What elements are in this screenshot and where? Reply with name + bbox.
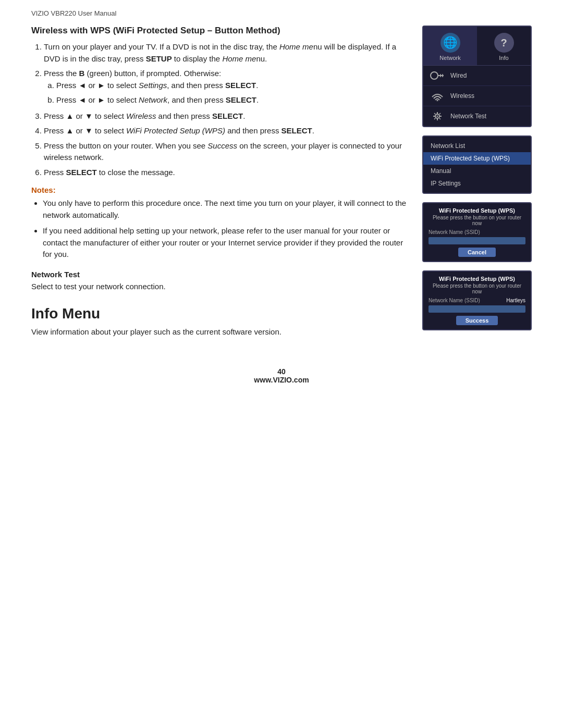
wps1-field-label: Network Name (SSID): [429, 229, 480, 235]
network-test-panel-label: Network Test: [450, 113, 486, 120]
wired-icon: [430, 70, 445, 81]
wps2-subtitle: Please press the button on your router n…: [429, 283, 525, 294]
info-label: Info: [499, 55, 508, 61]
notes-list: You only have to perform this procedure …: [43, 198, 407, 261]
note-1: You only have to perform this procedure …: [43, 198, 407, 221]
network-test-title: Network Test: [31, 270, 407, 279]
substep-b: Press ◄ or ► to select Network, and then…: [56, 94, 407, 106]
network-test-row[interactable]: Network Test: [423, 106, 531, 126]
wps2-success-button[interactable]: Success: [456, 316, 498, 325]
wps-item[interactable]: WiFi Protected Setup (WPS): [423, 152, 531, 165]
page-header: VIZIO VBR220 User Manual: [0, 0, 563, 20]
info-question-icon: ?: [494, 33, 514, 53]
wps-panel-1: WiFi Protected Setup (WPS) Please press …: [422, 202, 532, 262]
top-panel: 🌐 Network ? Info: [422, 26, 532, 127]
mid-panel: Network List WiFi Protected Setup (WPS) …: [422, 135, 532, 194]
info-menu-section: Info Menu View information about your pl…: [31, 305, 407, 336]
left-column: Wireless with WPS (WiFi Protected Setup …: [31, 26, 407, 336]
manual-item[interactable]: Manual: [423, 165, 531, 177]
wireless-row[interactable]: Wireless: [423, 86, 531, 106]
wps1-title: WiFi Protected Setup (WPS): [429, 207, 525, 214]
step-6: Press SELECT to close the message.: [44, 167, 407, 179]
notes-label: Notes:: [31, 186, 407, 194]
network-list-item[interactable]: Network List: [423, 140, 531, 152]
substeps-list: Press ◄ or ► to select Settings, and the…: [56, 80, 407, 106]
info-menu-heading: Info Menu: [31, 305, 407, 322]
website: www.VIZIO.com: [0, 376, 563, 384]
top-panel-icons: 🌐 Network ? Info: [423, 27, 531, 66]
network-globe-icon: 🌐: [440, 33, 460, 53]
svg-line-12: [439, 118, 440, 119]
ip-settings-item[interactable]: IP Settings: [423, 177, 531, 190]
svg-point-6: [437, 116, 438, 117]
step-2: Press the B (green) button, if prompted.…: [44, 68, 407, 106]
wireless-section-title: Wireless with WPS (WiFi Protected Setup …: [31, 26, 407, 36]
svg-line-11: [434, 113, 435, 114]
svg-line-14: [434, 118, 435, 119]
page-number: 40: [0, 367, 563, 376]
wps1-cancel-button[interactable]: Cancel: [458, 248, 496, 257]
page-footer: 40 www.VIZIO.com: [0, 357, 563, 389]
svg-point-4: [437, 100, 438, 102]
wireless-icon: [430, 90, 445, 102]
wps2-input-bar: [429, 305, 525, 313]
wired-row[interactable]: Wired: [423, 66, 531, 86]
substep-a: Press ◄ or ► to select Settings, and the…: [56, 80, 407, 92]
svg-line-13: [439, 113, 440, 114]
network-test-description: Select to test your network connection.: [31, 282, 407, 291]
step-4: Press ▲ or ▼ to select WiFi Protected Se…: [44, 125, 407, 137]
wps2-field-value: Hartleys: [506, 298, 525, 303]
step-1: Turn on your player and your TV. If a DV…: [44, 41, 407, 65]
info-menu-description: View information about your player such …: [31, 327, 407, 336]
wps1-field-row: Network Name (SSID): [429, 229, 525, 235]
header-text: VIZIO VBR220 User Manual: [31, 9, 116, 17]
wps1-subtitle: Please press the button on your router n…: [429, 215, 525, 226]
wireless-section: Wireless with WPS (WiFi Protected Setup …: [31, 26, 407, 261]
network-icon-item[interactable]: 🌐 Network: [423, 27, 477, 65]
network-test-gear-icon: [430, 110, 445, 122]
wireless-label: Wireless: [450, 92, 474, 100]
wps1-input-bar: [429, 237, 525, 244]
info-icon-item[interactable]: ? Info: [477, 27, 531, 65]
note-2: If you need additional help setting up y…: [43, 225, 407, 261]
svg-point-0: [431, 72, 438, 79]
step-5: Press the button on your router. When yo…: [44, 140, 407, 164]
network-test-section: Network Test Select to test your network…: [31, 270, 407, 291]
network-label: Network: [439, 55, 460, 61]
wired-label: Wired: [450, 72, 467, 79]
right-column: 🌐 Network ? Info: [422, 26, 532, 336]
wps2-field-label: Network Name (SSID): [429, 298, 480, 303]
wps-panel-2: WiFi Protected Setup (WPS) Please press …: [422, 270, 532, 330]
wps2-field-row: Network Name (SSID) Hartleys: [429, 298, 525, 303]
wps2-title: WiFi Protected Setup (WPS): [429, 276, 525, 282]
step-3: Press ▲ or ▼ to select Wireless and then…: [44, 110, 407, 122]
steps-list: Turn on your player and your TV. If a DV…: [44, 41, 407, 178]
